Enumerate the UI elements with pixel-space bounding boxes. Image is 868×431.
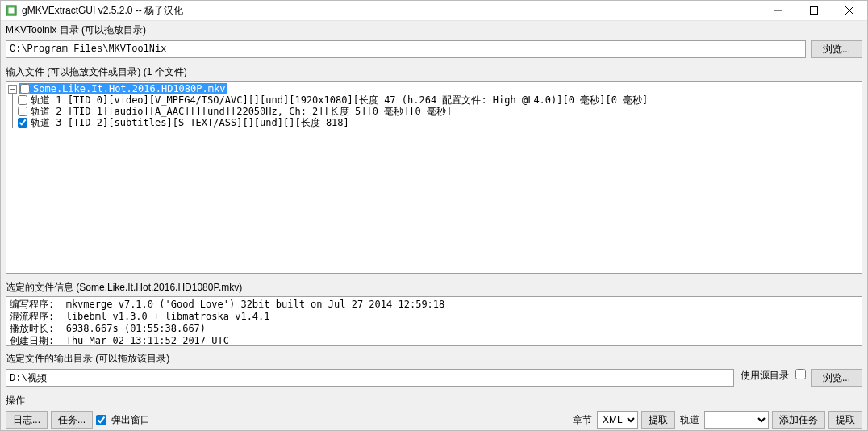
track-row[interactable]: 轨道 3 [TID 2][subtitles][S_TEXT/ASS][][un… [8,117,860,128]
chapter-format-select[interactable]: XML [597,411,638,429]
fileinfo-line: 混流程序: libebml v1.3.0 + libmatroska v1.4.… [10,311,270,322]
window-title: gMKVExtractGUI v2.5.2.0 -- 杨子汉化 [22,4,761,18]
mkvtoolnix-dir-label: MKVToolnix 目录 (可以拖放目录) [1,21,867,39]
svg-rect-3 [811,7,818,15]
titlebar: gMKVExtractGUI v2.5.2.0 -- 杨子汉化 [1,1,867,21]
tree-branch-icon [12,94,13,106]
use-source-checkbox[interactable] [795,369,806,379]
add-task-button[interactable]: 添加任务 [772,411,825,429]
input-files-label: 输入文件 (可以拖放文件或目录) (1 个文件) [1,63,867,81]
log-button[interactable]: 日志... [6,411,48,429]
app-window: gMKVExtractGUI v2.5.2.0 -- 杨子汉化 MKVTooln… [0,0,868,431]
output-dir-input[interactable] [6,369,734,387]
app-icon [6,5,17,16]
tree-root-row[interactable]: − Some.Like.It.Hot.2016.HD1080P.mkv [8,83,860,94]
extract-chapter-button[interactable]: 提取 [641,411,675,429]
fileinfo-line: 播放时长: 6938.667s (01:55:38.667) [10,323,206,334]
actions-label: 操作 [1,391,867,409]
root-filename: Some.Like.It.Hot.2016.HD1080P.mkv [33,83,225,94]
fileinfo-line: 创建日期: Thu Mar 02 13:11:52 2017 UTC [10,335,229,346]
popup-label: 弹出窗口 [110,413,152,427]
track-checkbox[interactable] [18,95,27,105]
track-label: 轨道 [678,413,701,427]
tree-branch-icon [12,117,13,128]
window-controls [761,1,867,20]
tree-branch-icon [12,106,13,117]
track-checkbox[interactable] [18,118,27,128]
output-dir-row: 使用源目录 浏览... [1,367,867,391]
root-checkbox[interactable] [20,84,30,94]
track-tree[interactable]: − Some.Like.It.Hot.2016.HD1080P.mkv 轨道 1… [6,81,862,274]
use-source-label: 使用源目录 [739,369,791,387]
maximize-button[interactable] [796,1,832,20]
extract-button[interactable]: 提取 [828,411,862,429]
mkvtoolnix-dir-row: 浏览... [1,39,867,63]
output-dir-label: 选定文件的输出目录 (可以拖放该目录) [1,349,867,367]
popup-checkbox[interactable] [96,415,106,425]
chapter-label: 章节 [571,413,594,427]
collapse-icon[interactable]: − [8,85,17,94]
output-browse-button[interactable]: 浏览... [811,369,862,387]
tasks-button[interactable]: 任务... [51,411,93,429]
fileinfo-line: 编写程序: mkvmerge v7.1.0 ('Good Love') 32bi… [10,299,444,310]
track-text: 轨道 2 [TID 1][audio][A_AAC][][und][22050H… [31,106,452,117]
track-checkbox[interactable] [18,107,27,116]
track-select[interactable] [704,411,769,429]
mkvtoolnix-dir-input[interactable] [6,40,806,58]
minimize-button[interactable] [761,1,796,20]
track-text: 轨道 3 [TID 2][subtitles][S_TEXT/ASS][][un… [31,117,349,128]
track-row[interactable]: 轨道 2 [TID 1][audio][A_AAC][][und][22050H… [8,106,860,117]
mkvtoolnix-browse-button[interactable]: 浏览... [811,40,862,58]
track-text: 轨道 1 [TID 0][video][V_MPEG4/ISO/AVC][][u… [31,94,648,106]
fileinfo-box[interactable]: 编写程序: mkvmerge v7.1.0 ('Good Love') 32bi… [6,296,862,346]
close-button[interactable] [832,1,867,20]
track-row[interactable]: 轨道 1 [TID 0][video][V_MPEG4/ISO/AVC][][u… [8,94,860,106]
actions-row: 日志... 任务... 弹出窗口 章节 XML 提取 轨道 添加任务 提取 [1,409,867,430]
svg-rect-1 [9,8,15,14]
fileinfo-label: 选定的文件信息 (Some.Like.It.Hot.2016.HD1080P.m… [1,278,867,296]
